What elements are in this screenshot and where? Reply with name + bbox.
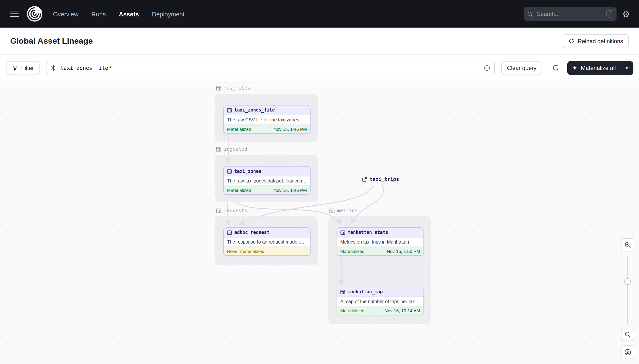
- asset-status: Never materialized: [227, 248, 264, 254]
- lineage-toolbar: Filter Clear query Materialize all ▾: [0, 54, 639, 81]
- asset-timestamp: Nov 15, 1:50 PM: [387, 248, 420, 254]
- table-icon: [340, 290, 345, 294]
- search-shortcut-badge: /: [606, 10, 613, 18]
- asset-node-taxi-zones[interactable]: taxi_zones The raw taxi zones dataset, l…: [223, 166, 311, 195]
- zoom-in-icon: [624, 242, 631, 248]
- download-view-button[interactable]: [621, 346, 634, 358]
- asset-timestamp: Nov 15, 1:46 PM: [273, 188, 307, 192]
- group-label-metrics[interactable]: metrics: [329, 208, 358, 214]
- dagster-logo-icon[interactable]: [27, 6, 42, 22]
- materialize-all-button[interactable]: Materialize all ▾: [567, 61, 633, 74]
- search-icon: [527, 11, 533, 17]
- zoom-slider[interactable]: [624, 256, 630, 324]
- external-asset-taxi-trips[interactable]: taxi_trips: [362, 176, 399, 182]
- info-icon[interactable]: [484, 64, 490, 71]
- reload-definitions-button[interactable]: Reload definitions: [563, 34, 629, 48]
- table-icon: [227, 169, 232, 174]
- asset-name: adhoc_request: [234, 230, 269, 235]
- asset-node-adhoc-request[interactable]: adhoc_request The response to an request…: [223, 228, 311, 256]
- asset-name: manhattan_map: [348, 289, 383, 294]
- asset-status: Materialized: [227, 188, 251, 192]
- asset-node-manhattan-stats[interactable]: manhattan_stats Metrics on taxi trips in…: [337, 228, 424, 256]
- refresh-graph-button[interactable]: [549, 61, 562, 74]
- group-icon: [216, 86, 221, 91]
- asset-selection-box[interactable]: [46, 60, 495, 75]
- asset-selection-input[interactable]: [60, 64, 481, 72]
- external-link-icon: [362, 177, 367, 182]
- external-asset-name: taxi_trips: [370, 176, 399, 182]
- button-divider: [621, 61, 621, 74]
- asset-description: A map of the number of trips per taxi z…: [340, 299, 420, 304]
- asset-description: The raw taxi zones dataset, loaded int…: [227, 178, 307, 183]
- table-icon: [340, 230, 345, 235]
- group-name: raw_files: [224, 85, 250, 91]
- top-nav: Overview Runs Assets Deployment / ⚙: [0, 0, 639, 28]
- group-label-ingested[interactable]: ingested: [216, 146, 247, 152]
- lineage-edges: [0, 82, 639, 364]
- sparkle-icon: [572, 65, 578, 70]
- clear-query-label: Clear query: [507, 64, 536, 71]
- search-input[interactable]: [536, 10, 603, 18]
- nav-assets[interactable]: Assets: [119, 10, 139, 18]
- asset-description: The response to an request made in th…: [227, 240, 307, 244]
- group-name: requests: [224, 208, 247, 214]
- page-title: Global Asset Lineage: [10, 36, 93, 46]
- download-icon: [624, 348, 631, 356]
- group-icon: [216, 146, 221, 152]
- selection-syntax-icon: [51, 65, 56, 71]
- group-name: metrics: [337, 208, 358, 214]
- materialize-all-label: Materialize all: [581, 64, 615, 71]
- group-label-requests[interactable]: requests: [216, 208, 247, 214]
- asset-status: Materialized: [227, 126, 251, 131]
- app-window: Overview Runs Assets Deployment / ⚙ Glob…: [0, 0, 639, 364]
- page-header: Global Asset Lineage Reload definitions: [0, 28, 639, 54]
- zoom-slider-handle[interactable]: [624, 278, 631, 285]
- filter-button[interactable]: Filter: [7, 61, 40, 74]
- table-icon: [227, 230, 232, 235]
- group-name: ingested: [224, 146, 247, 152]
- zoom-out-icon: [624, 331, 631, 338]
- zoom-out-button[interactable]: [621, 328, 634, 341]
- group-icon: [329, 208, 335, 213]
- zoom-in-button[interactable]: [621, 238, 634, 251]
- asset-node-manhattan-map[interactable]: manhattan_map A map of the number of tri…: [337, 287, 424, 315]
- asset-timestamp: Nov 16, 10:14 AM: [384, 308, 420, 313]
- asset-timestamp: Nov 15, 1:46 PM: [273, 126, 307, 131]
- refresh-icon: [552, 64, 559, 72]
- group-icon: [216, 208, 221, 213]
- menu-icon[interactable]: [10, 8, 19, 19]
- asset-description: The raw CSV file for the taxi zones dat…: [227, 117, 307, 122]
- reload-definitions-label: Reload definitions: [578, 38, 623, 44]
- search-box[interactable]: /: [524, 7, 617, 21]
- nav-links: Overview Runs Assets Deployment: [53, 10, 185, 18]
- asset-node-taxi-zones-file[interactable]: taxi_zones_file The raw CSV file for the…: [223, 105, 311, 134]
- materialize-caret-icon[interactable]: ▾: [624, 65, 629, 71]
- filter-funnel-icon: [12, 65, 18, 71]
- asset-name: taxi_zones_file: [234, 108, 275, 113]
- clear-query-button[interactable]: Clear query: [501, 61, 542, 74]
- lineage-graph[interactable]: raw_files ingested requests metrics taxi…: [0, 82, 639, 364]
- nav-deployment[interactable]: Deployment: [152, 10, 185, 18]
- table-icon: [227, 108, 232, 112]
- nav-overview[interactable]: Overview: [53, 10, 78, 18]
- asset-status: Materialized: [340, 248, 364, 254]
- asset-name: manhattan_stats: [348, 230, 388, 235]
- nav-runs[interactable]: Runs: [92, 10, 106, 18]
- asset-name: taxi_zones: [234, 169, 261, 174]
- filter-label: Filter: [21, 64, 34, 71]
- asset-description: Metrics on taxi trips in Manhattan: [340, 240, 409, 244]
- settings-gear-icon[interactable]: ⚙: [622, 10, 630, 18]
- group-label-raw-files[interactable]: raw_files: [216, 85, 250, 91]
- zoom-slider-track: [627, 256, 628, 324]
- asset-status: Materialized: [340, 308, 364, 313]
- refresh-icon: [568, 38, 574, 44]
